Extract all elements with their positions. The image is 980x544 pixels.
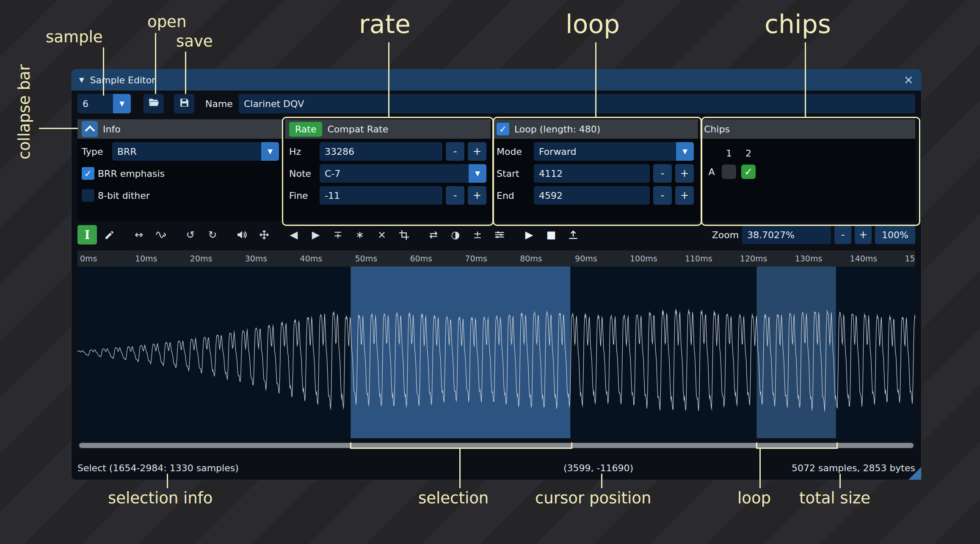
save-button[interactable] — [174, 94, 194, 113]
type-combo[interactable]: BRR ▼ — [112, 142, 279, 161]
titlebar[interactable]: ▼ Sample Editor × — [72, 69, 921, 91]
trim-button[interactable] — [394, 225, 414, 245]
annotation-box-loop — [493, 117, 702, 226]
undo-button[interactable]: ↺ — [181, 225, 200, 245]
ruler-label: 30ms — [245, 250, 268, 267]
annotation-line — [459, 448, 461, 488]
zoom-value: 38.7027% — [747, 230, 795, 240]
ruler-label: 20ms — [190, 250, 213, 267]
top-row: 6 ▼ Name Clarinet DQV — [77, 94, 915, 113]
annotation-line — [805, 42, 806, 117]
reverse-button[interactable]: ⇄ — [424, 225, 443, 245]
annotation-line — [839, 474, 841, 488]
undo-icon: ↺ — [186, 229, 195, 241]
crop-icon — [399, 230, 409, 240]
pencil-icon — [104, 230, 115, 240]
annotation-line — [185, 52, 186, 94]
page-background: ▼ Sample Editor × 6 ▼ Name Clarinet DQV — [0, 0, 980, 544]
stop-icon: ■ — [547, 229, 556, 241]
name-value: Clarinet DQV — [244, 99, 304, 109]
window-collapse-icon[interactable]: ▼ — [79, 76, 84, 84]
triangle-right-icon: ▶ — [312, 229, 320, 241]
draw-tool[interactable] — [99, 225, 119, 245]
annotation-cursor-position: cursor position — [535, 489, 651, 507]
annotation-chips: chips — [765, 9, 831, 39]
zoom-reset-label: 100% — [882, 230, 908, 240]
ruler-label: 50ms — [355, 250, 378, 267]
ruler-label: 90ms — [575, 250, 597, 267]
name-input[interactable]: Clarinet DQV — [239, 94, 915, 113]
sample-number: 6 — [83, 99, 88, 109]
ruler-label: 0ms — [80, 250, 97, 267]
fade-in-button[interactable]: ◀ — [284, 225, 304, 245]
collapse-bar-button[interactable] — [82, 121, 98, 137]
resample-tool[interactable] — [151, 225, 171, 245]
time-ruler: 0ms10ms20ms30ms40ms50ms60ms70ms80ms90ms1… — [77, 250, 915, 267]
dither-checkbox[interactable] — [82, 189, 94, 202]
minus-plus-icon: ∓ — [334, 229, 342, 241]
annotation-line — [39, 128, 78, 129]
zoom-input[interactable]: 38.7027% — [742, 225, 831, 244]
chevron-up-icon — [85, 125, 95, 135]
annotation-line — [103, 47, 104, 96]
ruler-label: 70ms — [465, 250, 487, 267]
annotation-loop: loop — [566, 9, 620, 39]
status-bar: Select (1654-2984: 1330 samples) (3599, … — [77, 451, 915, 479]
swap-arrows-icon: ⇄ — [429, 229, 438, 241]
redo-button[interactable]: ↻ — [203, 225, 222, 245]
annotation-total-size: total size — [799, 489, 870, 507]
zoom-reset-button[interactable]: 100% — [875, 225, 915, 244]
type-label: Type — [82, 146, 109, 157]
amplify-button[interactable] — [232, 225, 252, 245]
create-wavetable-button[interactable] — [563, 225, 583, 245]
ruler-label: 150 — [905, 250, 916, 267]
plus-minus-icon: ± — [473, 229, 482, 241]
zoom-in-button[interactable]: + — [855, 225, 872, 244]
insert-silence-button[interactable]: ∓ — [328, 225, 348, 245]
zoom-label: Zoom — [712, 230, 739, 240]
sample-selector-arrow[interactable]: ▼ — [113, 94, 131, 113]
info-header: Info — [103, 124, 121, 135]
annotation-line — [388, 42, 389, 117]
filter-button[interactable] — [490, 225, 509, 245]
check-icon: ✓ — [84, 168, 92, 179]
ruler-label: 140ms — [850, 250, 878, 267]
annotation-line — [759, 448, 761, 488]
fade-out-button[interactable]: ▶ — [306, 225, 326, 245]
preview-button[interactable]: ▶ — [519, 225, 539, 245]
brr-emphasis-label: BRR emphasis — [98, 168, 165, 179]
invert-circle-icon: ◑ — [451, 229, 460, 241]
delete-button[interactable]: × — [372, 225, 392, 245]
toolbar: I↔↺↻◀▶∓∗×⇄◑±▶■ Zoom 38.7027% - + 100% — [77, 224, 915, 245]
stop-preview-button[interactable]: ■ — [541, 225, 561, 245]
resize-grip[interactable] — [908, 467, 921, 480]
close-icon[interactable]: × — [904, 74, 914, 86]
annotation-box-rate — [282, 117, 494, 226]
chevron-down-icon: ▼ — [119, 100, 124, 107]
selection-info-text: Select (1654-2984: 1330 samples) — [77, 463, 239, 473]
ruler-label: 120ms — [740, 250, 767, 267]
window-title: Sample Editor — [90, 75, 156, 85]
open-button[interactable] — [144, 94, 164, 113]
invert-button[interactable]: ◑ — [446, 225, 465, 245]
floppy-icon — [179, 97, 190, 110]
sample-selector[interactable]: 6 — [77, 94, 113, 113]
brr-emphasis-checkbox[interactable]: ✓ — [82, 167, 94, 180]
select-tool[interactable]: I — [77, 225, 97, 245]
waveform-area — [77, 267, 915, 438]
resize-tool[interactable]: ↔ — [129, 225, 149, 245]
waveform-display[interactable] — [77, 267, 915, 438]
dither-label: 8-bit dither — [98, 190, 150, 201]
apply-silence-button[interactable]: ∗ — [350, 225, 370, 245]
info-panel: Info Type BRR ▼ ✓ BRR emphasis — [77, 119, 283, 221]
normalize-button[interactable] — [254, 225, 274, 245]
zoom-out-button[interactable]: - — [834, 225, 851, 244]
play-icon: ▶ — [525, 229, 533, 241]
annotation-save: save — [176, 32, 213, 50]
triangle-left-icon: ◀ — [290, 229, 298, 241]
expand-arrows-icon — [259, 229, 270, 240]
speaker-icon — [237, 229, 248, 240]
sign-exchange-button[interactable]: ± — [468, 225, 487, 245]
annotation-sample: sample — [46, 28, 103, 46]
total-size-text: 5072 samples, 2853 bytes — [792, 463, 915, 473]
